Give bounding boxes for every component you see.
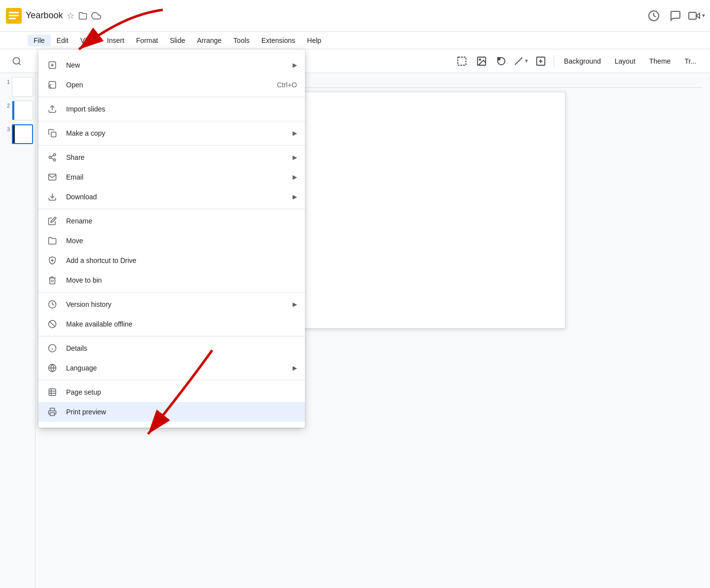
copy-icon — [46, 127, 58, 139]
import-icon — [46, 103, 58, 115]
background-button[interactable]: Background — [558, 54, 607, 68]
svg-rect-47 — [50, 413, 55, 416]
shapes-button[interactable] — [492, 52, 510, 70]
folder-icon[interactable] — [78, 11, 87, 20]
transition-button[interactable]: Tr... — [678, 54, 702, 68]
dropdown-section-history: Version history ▶ Make available offline — [38, 293, 305, 336]
email-arrow-icon: ▶ — [293, 174, 297, 181]
doc-title: Yearbook — [26, 10, 63, 21]
menu-arrange[interactable]: Arrange — [191, 35, 227, 46]
slide-3-accent — [13, 125, 15, 143]
menu-item-make-a-copy[interactable]: Make a copy ▶ — [38, 123, 305, 143]
menu-item-move-to-bin[interactable]: Move to bin — [38, 270, 305, 290]
dropdown-section-import: Import slides — [38, 97, 305, 121]
svg-point-7 — [13, 57, 20, 64]
menu-item-open[interactable]: Open Ctrl+O — [38, 75, 305, 95]
textbox-button[interactable] — [532, 52, 550, 70]
image-button[interactable] — [473, 52, 490, 70]
menu-item-page-setup[interactable]: Page setup — [38, 382, 305, 402]
cloud-icon[interactable] — [91, 11, 101, 21]
page-setup-label: Page setup — [66, 388, 297, 396]
offline-icon — [46, 318, 58, 330]
svg-point-11 — [479, 59, 481, 60]
menu-item-rename[interactable]: Rename — [38, 211, 305, 231]
menu-file[interactable]: File — [28, 35, 51, 46]
svg-rect-6 — [689, 12, 696, 19]
slide-thumbnail-1[interactable]: 1 — [2, 77, 33, 97]
move-icon — [46, 235, 58, 247]
slide-thumbnail-2[interactable]: 2 — [2, 101, 33, 120]
email-icon — [46, 171, 58, 183]
slide-num-3: 3 — [2, 126, 10, 132]
app-icon[interactable] — [4, 6, 24, 26]
print-preview-icon — [46, 406, 58, 418]
menu-bar: File Edit View Insert Format Slide Arran… — [0, 32, 710, 49]
top-bar: Yearbook ☆ — [0, 0, 710, 32]
new-label: New — [66, 61, 289, 69]
menu-item-new[interactable]: New ▶ — [38, 55, 305, 75]
slide-thumbnail-3[interactable]: 3 — [2, 124, 33, 144]
theme-button[interactable]: Theme — [643, 54, 677, 68]
language-label: Language — [66, 364, 289, 372]
slide-num-1: 1 — [2, 79, 10, 85]
dropdown-section-file-ops: Rename Move Add a shortcut to Drive — [38, 209, 305, 293]
language-arrow-icon: ▶ — [293, 365, 297, 371]
print-preview-label: Print preview — [66, 408, 297, 416]
svg-line-29 — [51, 155, 53, 157]
dropdown-section-1: New ▶ Open Ctrl+O — [38, 53, 305, 97]
menu-view[interactable]: View — [75, 35, 101, 46]
file-menu-dropdown: New ▶ Open Ctrl+O Import sl — [38, 49, 305, 428]
svg-line-8 — [19, 63, 21, 65]
slide-preview-1[interactable] — [12, 77, 33, 97]
menu-item-version-history[interactable]: Version history ▶ — [38, 294, 305, 314]
search-button[interactable] — [8, 52, 26, 70]
svg-line-28 — [51, 158, 53, 159]
import-slides-label: Import slides — [66, 105, 297, 113]
info-icon — [46, 342, 58, 354]
menu-item-import-slides[interactable]: Import slides — [38, 99, 305, 119]
menu-item-language[interactable]: Language ▶ — [38, 358, 305, 378]
menu-item-add-shortcut[interactable]: Add a shortcut to Drive — [38, 251, 305, 270]
language-icon — [46, 362, 58, 374]
menu-item-share[interactable]: Share ▶ — [38, 147, 305, 167]
video-call-icon[interactable]: ▼ — [688, 7, 706, 25]
menu-slide[interactable]: Slide — [164, 35, 191, 46]
dropdown-section-settings: Details Language ▶ — [38, 336, 305, 380]
slide-preview-3[interactable] — [12, 124, 33, 144]
menu-item-email[interactable]: Email ▶ — [38, 167, 305, 187]
star-icon[interactable]: ☆ — [67, 10, 75, 21]
line-tool-button[interactable]: ▼ — [512, 52, 530, 70]
shortcut-icon — [46, 255, 58, 266]
toolbar-divider-1 — [554, 55, 554, 67]
menu-item-move[interactable]: Move — [38, 231, 305, 251]
download-icon — [46, 191, 58, 203]
menu-item-print-preview[interactable]: Print preview — [38, 402, 305, 422]
menu-tools[interactable]: Tools — [227, 35, 256, 46]
make-a-copy-label: Make a copy — [66, 129, 289, 137]
menu-item-download[interactable]: Download ▶ — [38, 187, 305, 207]
new-arrow-icon: ▶ — [293, 62, 297, 69]
menu-insert[interactable]: Insert — [101, 35, 130, 46]
move-to-bin-label: Move to bin — [66, 276, 297, 284]
slides-panel: 1 2 3 — [0, 73, 36, 588]
slide-preview-2[interactable] — [12, 101, 33, 120]
menu-edit[interactable]: Edit — [51, 35, 75, 46]
trash-icon — [46, 274, 58, 286]
menu-item-make-available-offline[interactable]: Make available offline — [38, 314, 305, 334]
menu-format[interactable]: Format — [130, 35, 164, 46]
dropdown-section-print: Page setup Print preview — [38, 380, 305, 424]
history-icon[interactable] — [645, 7, 663, 25]
comments-icon[interactable] — [667, 7, 684, 25]
menu-help[interactable]: Help — [301, 35, 327, 46]
svg-line-37 — [50, 322, 55, 327]
select-tool-button[interactable] — [453, 52, 471, 70]
rename-icon — [46, 215, 58, 227]
slide-2-accent — [12, 101, 14, 120]
open-label: Open — [66, 81, 269, 89]
open-icon — [46, 79, 58, 91]
menu-extensions[interactable]: Extensions — [256, 35, 301, 46]
svg-point-27 — [53, 159, 56, 161]
svg-rect-9 — [458, 57, 466, 65]
layout-button[interactable]: Layout — [609, 54, 641, 68]
menu-item-details[interactable]: Details — [38, 338, 305, 358]
